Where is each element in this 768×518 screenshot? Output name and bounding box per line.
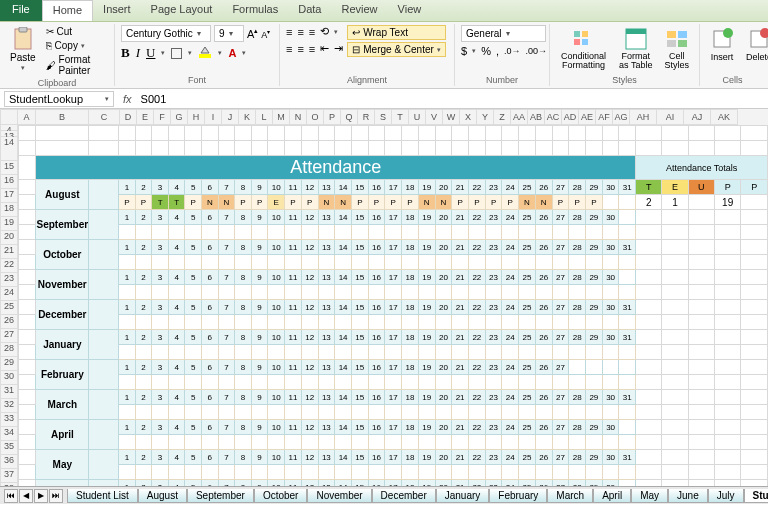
sheet-tab[interactable]: December: [372, 489, 436, 503]
attendance-cell[interactable]: [402, 315, 419, 330]
col-header[interactable]: U: [409, 109, 426, 125]
attendance-cell[interactable]: [535, 315, 552, 330]
row-header[interactable]: 16: [0, 175, 18, 189]
grow-font-icon[interactable]: A▴: [247, 27, 258, 40]
sheet-tab[interactable]: Student List: [67, 489, 138, 503]
attendance-cell[interactable]: [301, 435, 318, 450]
attendance-cell[interactable]: [235, 315, 252, 330]
attendance-cell[interactable]: [168, 375, 185, 390]
row-header[interactable]: 17: [0, 189, 18, 203]
attendance-cell[interactable]: [368, 375, 385, 390]
tab-nav-prev[interactable]: ◀: [19, 489, 33, 503]
attendance-cell[interactable]: [519, 375, 536, 390]
align-middle-icon[interactable]: ≡: [297, 26, 303, 38]
attendance-cell[interactable]: [218, 225, 235, 240]
tab-formulas[interactable]: Formulas: [222, 0, 288, 21]
orientation-icon[interactable]: ⟲: [320, 25, 329, 38]
attendance-cell[interactable]: [285, 315, 302, 330]
sheet-tab[interactable]: March: [547, 489, 593, 503]
attendance-cell[interactable]: [368, 405, 385, 420]
row-header[interactable]: 28: [0, 343, 18, 357]
col-header[interactable]: M: [273, 109, 290, 125]
attendance-cell[interactable]: [218, 375, 235, 390]
insert-cells-button[interactable]: Insert: [706, 25, 738, 64]
border-button[interactable]: [171, 48, 182, 59]
conditional-formatting-button[interactable]: Conditional Formatting: [556, 25, 611, 72]
decrease-decimal-icon[interactable]: .00→: [525, 46, 547, 56]
percent-icon[interactable]: %: [481, 45, 491, 57]
sheet-tab[interactable]: April: [593, 489, 631, 503]
row-header[interactable]: 15: [0, 161, 18, 175]
attendance-cell[interactable]: [202, 405, 219, 420]
attendance-cell[interactable]: [485, 435, 502, 450]
attendance-cell[interactable]: [569, 435, 586, 450]
attendance-cell[interactable]: [135, 285, 152, 300]
attendance-cell[interactable]: [552, 345, 569, 360]
row-header[interactable]: 19: [0, 217, 18, 231]
attendance-cell[interactable]: [519, 345, 536, 360]
attendance-cell[interactable]: [185, 315, 202, 330]
attendance-cell[interactable]: [485, 285, 502, 300]
attendance-cell[interactable]: [119, 255, 136, 270]
attendance-cell[interactable]: [218, 405, 235, 420]
attendance-cell[interactable]: [285, 255, 302, 270]
attendance-cell[interactable]: N: [418, 195, 435, 210]
attendance-cell[interactable]: [552, 465, 569, 480]
row-header[interactable]: 37: [0, 469, 18, 483]
indent-decrease-icon[interactable]: ⇤: [320, 42, 329, 55]
attendance-cell[interactable]: [569, 405, 586, 420]
col-header[interactable]: AC: [545, 109, 562, 125]
col-header[interactable]: X: [460, 109, 477, 125]
attendance-cell[interactable]: N: [435, 195, 452, 210]
attendance-cell[interactable]: [335, 435, 352, 450]
attendance-cell[interactable]: [185, 435, 202, 450]
sheet-tab[interactable]: October: [254, 489, 308, 503]
attendance-cell[interactable]: [535, 345, 552, 360]
col-header[interactable]: AI: [657, 109, 684, 125]
sheet-tab[interactable]: November: [307, 489, 371, 503]
attendance-cell[interactable]: [435, 225, 452, 240]
col-header[interactable]: AA: [511, 109, 528, 125]
font-name-select[interactable]: Century Gothic: [121, 25, 211, 42]
font-color-button[interactable]: A: [228, 47, 236, 59]
attendance-cell[interactable]: P: [235, 195, 252, 210]
row-header[interactable]: 35: [0, 441, 18, 455]
attendance-cell[interactable]: [385, 285, 402, 300]
tab-page-layout[interactable]: Page Layout: [141, 0, 223, 21]
attendance-cell[interactable]: [468, 435, 485, 450]
format-painter-button[interactable]: 🖌Format Painter: [44, 53, 108, 77]
attendance-cell[interactable]: N: [202, 195, 219, 210]
attendance-cell[interactable]: P: [502, 195, 519, 210]
attendance-cell[interactable]: [318, 225, 335, 240]
attendance-cell[interactable]: [251, 435, 268, 450]
row-header[interactable]: 30: [0, 371, 18, 385]
attendance-cell[interactable]: [619, 255, 636, 270]
attendance-cell[interactable]: [586, 375, 603, 390]
col-header[interactable]: AJ: [684, 109, 711, 125]
attendance-cell[interactable]: [202, 315, 219, 330]
attendance-cell[interactable]: [619, 195, 636, 210]
attendance-cell[interactable]: N: [218, 195, 235, 210]
attendance-cell[interactable]: [385, 405, 402, 420]
attendance-cell[interactable]: [519, 405, 536, 420]
attendance-cell[interactable]: [202, 345, 219, 360]
attendance-cell[interactable]: [485, 465, 502, 480]
delete-cells-button[interactable]: Delete: [742, 25, 768, 64]
attendance-cell[interactable]: [351, 225, 368, 240]
attendance-cell[interactable]: [268, 435, 285, 450]
attendance-cell[interactable]: [285, 285, 302, 300]
attendance-cell[interactable]: [402, 435, 419, 450]
attendance-cell[interactable]: [152, 465, 169, 480]
attendance-cell[interactable]: [351, 405, 368, 420]
attendance-cell[interactable]: [602, 195, 619, 210]
attendance-cell[interactable]: [202, 225, 219, 240]
indent-increase-icon[interactable]: ⇥: [334, 42, 343, 55]
attendance-cell[interactable]: [351, 345, 368, 360]
attendance-cell[interactable]: [152, 435, 169, 450]
row-header[interactable]: 18: [0, 203, 18, 217]
attendance-cell[interactable]: [251, 405, 268, 420]
spreadsheet-grid[interactable]: ABCDEFGHIJKLMNOPQRSTUVWXYZAAABACADAEAFAG…: [0, 109, 768, 504]
attendance-cell[interactable]: [119, 345, 136, 360]
attendance-cell[interactable]: [285, 435, 302, 450]
attendance-cell[interactable]: [485, 345, 502, 360]
